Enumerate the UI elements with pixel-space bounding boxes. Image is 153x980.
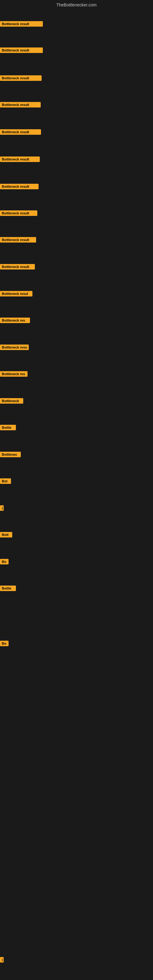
badge-label: Bottleneck result — [0, 48, 43, 53]
badge-label: Bottleneck result — [0, 264, 35, 269]
bottleneck-result-badge: Bottleneck result — [0, 48, 43, 54]
bottleneck-result-badge: Bottleneck result — [0, 21, 43, 28]
bottleneck-result-badge: | — [0, 505, 3, 512]
bottleneck-result-badge: Bottleneck res — [0, 371, 27, 378]
bottleneck-result-badge: Bottleneck result — [0, 129, 41, 136]
badge-label: | — [0, 505, 4, 511]
badge-label: Bottleneck result — [0, 156, 40, 162]
badge-label: Bottleneck res — [0, 371, 27, 377]
badge-label: Bottleneck resu — [0, 345, 29, 350]
badge-label: Bottle — [0, 425, 16, 430]
bottleneck-result-badge: Bo — [0, 559, 9, 566]
bottleneck-result-badge: Bottleneck result — [0, 264, 35, 271]
badge-label: Bottleneck result — [0, 210, 37, 216]
bottleneck-result-badge: Bottleneck result — [0, 156, 40, 163]
site-title: TheBottlenecker.com — [0, 0, 153, 10]
badge-label: Bottleneck — [0, 398, 23, 404]
badge-label: Bottlenec — [0, 452, 21, 457]
badge-label: Bottleneck resul — [0, 291, 32, 296]
bottleneck-result-badge: Bottlenec — [0, 452, 21, 458]
bottleneck-result-badge: Bottleneck — [0, 398, 23, 405]
bottleneck-result-badge: Bott — [0, 532, 12, 539]
bottleneck-result-badge: Bottleneck resul — [0, 291, 32, 298]
bottleneck-result-badge: Bot — [0, 478, 11, 485]
bottleneck-result-badge: Bottleneck result — [0, 102, 41, 109]
bottleneck-result-badge: Bottleneck res — [0, 318, 30, 324]
badge-label: Bott — [0, 532, 12, 538]
badge-label: Bottleneck result — [0, 237, 36, 243]
bottleneck-result-badge: Bottleneck result — [0, 184, 38, 191]
badge-label: Bottleneck result — [0, 102, 41, 108]
badge-label: Bottleneck res — [0, 318, 30, 323]
badge-label: Bot — [0, 478, 11, 484]
bottleneck-result-badge: Bottleneck resu — [0, 345, 29, 351]
badge-label: Bottleneck result — [0, 129, 41, 135]
bottleneck-result-badge: Bottleneck result — [0, 210, 37, 217]
bottleneck-result-badge: Bo — [0, 641, 9, 648]
badge-label: | — [0, 957, 4, 963]
badge-label: Bottleneck result — [0, 75, 41, 81]
bottleneck-result-badge: Bottleneck result — [0, 75, 41, 82]
bottleneck-result-badge: Bottle — [0, 585, 16, 592]
bottleneck-result-badge: Bottle — [0, 425, 16, 431]
badge-label: Bo — [0, 559, 9, 565]
badge-label: Bottleneck result — [0, 21, 43, 27]
badge-label: Bottleneck result — [0, 184, 38, 189]
badge-label: Bottle — [0, 585, 16, 591]
badge-label: Bo — [0, 641, 9, 646]
bottleneck-result-badge: Bottleneck result — [0, 237, 36, 244]
bottleneck-result-badge: | — [0, 957, 3, 964]
